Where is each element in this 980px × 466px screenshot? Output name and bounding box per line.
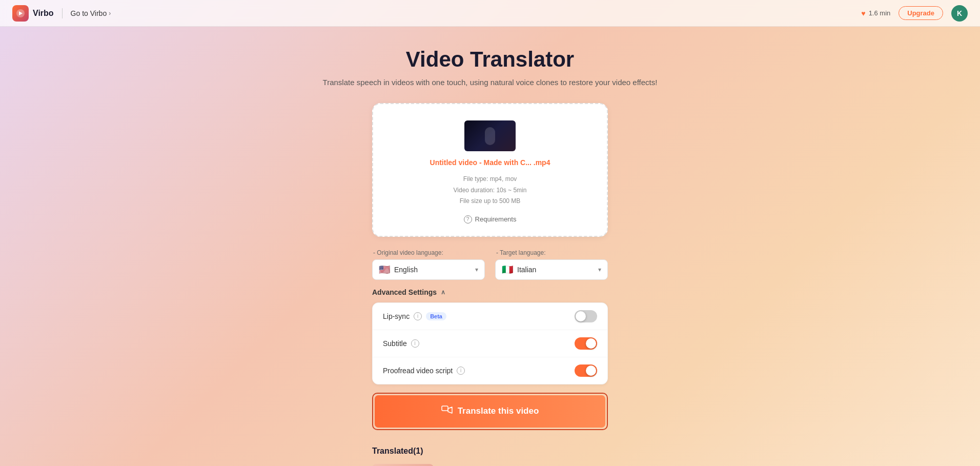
go-to-virbo-link[interactable]: Go to Virbo › — [71, 9, 111, 17]
page-subtitle: Translate speech in videos with one touc… — [323, 78, 658, 87]
original-language-select[interactable]: 🇺🇸 English ▾ — [372, 259, 485, 280]
language-row: - Original video language: 🇺🇸 English ▾ … — [372, 249, 608, 280]
lipsync-toggle[interactable] — [575, 310, 597, 322]
upload-card[interactable]: Untitled video - Made with C... .mp4 Fil… — [372, 103, 608, 237]
navbar-divider — [62, 8, 63, 18]
video-thumbnail — [464, 120, 516, 151]
file-type-label: File type: mp4, mov — [454, 174, 527, 185]
lipsync-row: Lip-sync i Beta — [373, 303, 607, 330]
translate-button[interactable]: Translate this video — [375, 395, 605, 428]
beta-badge: Beta — [426, 312, 446, 320]
original-lang-chevron-icon: ▾ — [475, 266, 478, 273]
lipsync-label-group: Lip-sync i Beta — [383, 312, 575, 320]
subtitle-row: Subtitle i — [373, 330, 607, 357]
lipsync-label: Lip-sync — [383, 312, 410, 320]
proofread-label: Proofread video script — [383, 367, 453, 375]
translated-section: Translated(1) — [372, 447, 608, 466]
video-filename: Untitled video - Made with C... .mp4 — [430, 158, 550, 167]
requirements-link[interactable]: ? Requirements — [464, 215, 517, 224]
subtitle-label-group: Subtitle i — [383, 339, 575, 348]
advanced-settings-header[interactable]: Advanced Settings ∧ — [372, 288, 608, 296]
target-lang-label: - Target language: — [495, 249, 608, 256]
subtitle-label: Subtitle — [383, 339, 407, 348]
logo-icon — [12, 5, 29, 22]
svg-rect-1 — [442, 406, 448, 411]
subtitle-toggle[interactable] — [575, 337, 597, 350]
proofread-row: Proofread video script i — [373, 357, 607, 384]
original-language-group: - Original video language: 🇺🇸 English ▾ — [372, 249, 485, 280]
main-content: Video Translator Translate speech in vid… — [0, 27, 980, 466]
navbar: Virbo Go to Virbo › ♥ 1.6 min Upgrade K — [0, 0, 980, 27]
target-lang-name: Italian — [517, 266, 594, 274]
subtitle-toggle-thumb — [586, 338, 596, 349]
target-lang-chevron-icon: ▾ — [598, 266, 601, 273]
settings-card: Lip-sync i Beta Subtitle i — [372, 302, 608, 384]
avatar[interactable]: K — [951, 5, 968, 22]
heart-icon: ♥ — [861, 9, 865, 17]
minutes-value: 1.6 min — [869, 9, 891, 17]
proofread-toggle-thumb — [586, 366, 596, 376]
subtitle-info-icon: i — [411, 339, 419, 348]
translated-thumbnail[interactable] — [372, 464, 434, 466]
translated-title: Translated(1) — [372, 447, 608, 456]
original-flag: 🇺🇸 — [379, 264, 390, 275]
video-duration-label: Video duration: 10s ~ 5min — [454, 185, 527, 196]
original-lang-label: - Original video language: — [372, 249, 485, 256]
translate-button-label: Translate this video — [458, 406, 539, 416]
navbar-right: ♥ 1.6 min Upgrade K — [861, 5, 968, 22]
proofread-toggle[interactable] — [575, 364, 597, 377]
minutes-badge: ♥ 1.6 min — [861, 9, 890, 17]
file-info: File type: mp4, mov Video duration: 10s … — [454, 174, 527, 207]
requirements-label: Requirements — [475, 215, 517, 223]
page-title: Video Translator — [406, 47, 574, 72]
target-flag: 🇮🇹 — [502, 264, 513, 275]
advanced-settings-container: Advanced Settings ∧ Lip-sync i Beta Sub — [372, 288, 608, 384]
file-size-label: File size up to 500 MB — [454, 196, 527, 207]
logo-text: Virbo — [33, 9, 54, 18]
lipsync-info-icon: i — [414, 312, 422, 320]
question-icon: ? — [464, 215, 472, 224]
lipsync-toggle-thumb — [576, 311, 586, 321]
target-language-select[interactable]: 🇮🇹 Italian ▾ — [495, 259, 608, 280]
nav-chevron-icon: › — [109, 10, 111, 17]
advanced-settings-label: Advanced Settings — [372, 288, 437, 296]
upgrade-button[interactable]: Upgrade — [899, 6, 943, 20]
logo[interactable]: Virbo — [12, 5, 54, 22]
original-lang-name: English — [394, 266, 471, 274]
translate-button-wrapper: Translate this video — [372, 393, 608, 430]
advanced-chevron-icon: ∧ — [441, 289, 445, 296]
translate-icon — [441, 404, 453, 418]
proofread-label-group: Proofread video script i — [383, 367, 575, 375]
proofread-info-icon: i — [457, 367, 465, 375]
target-language-group: - Target language: 🇮🇹 Italian ▾ — [495, 249, 608, 280]
